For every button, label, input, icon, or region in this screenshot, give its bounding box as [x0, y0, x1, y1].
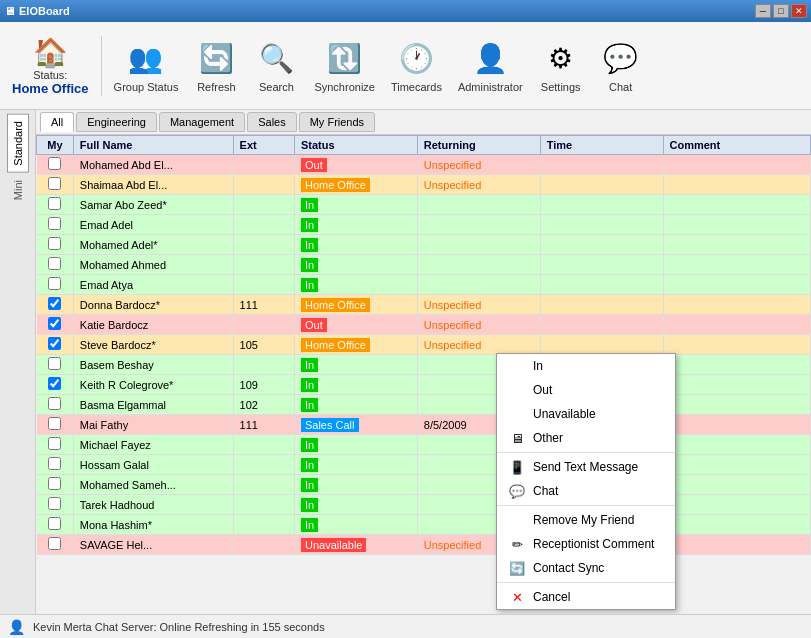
row-my-cell[interactable]	[37, 435, 74, 455]
side-tab-mini[interactable]: Mini	[7, 173, 29, 207]
tab-engineering[interactable]: Engineering	[76, 112, 157, 132]
refresh-button[interactable]: 🔄 Refresh	[186, 35, 246, 97]
context-menu-send-text[interactable]: 📱 Send Text Message	[497, 455, 675, 479]
row-my-cell[interactable]	[37, 275, 74, 295]
table-row[interactable]: Mai Fathy111Sales Call8/5/2009	[37, 415, 811, 435]
my-checkbox[interactable]	[48, 377, 61, 390]
my-checkbox[interactable]	[48, 177, 61, 190]
row-my-cell[interactable]	[37, 375, 74, 395]
row-my-cell[interactable]	[37, 395, 74, 415]
row-my-cell[interactable]	[37, 515, 74, 535]
context-menu-chat[interactable]: 💬 Chat	[497, 479, 675, 503]
row-time-cell	[540, 235, 663, 255]
status-badge: In	[301, 478, 318, 492]
table-row[interactable]: Emad AtyaIn	[37, 275, 811, 295]
row-my-cell[interactable]	[37, 155, 74, 175]
tab-all[interactable]: All	[40, 112, 74, 132]
table-row[interactable]: Katie BardoczOutUnspecified	[37, 315, 811, 335]
row-my-cell[interactable]	[37, 535, 74, 555]
my-checkbox[interactable]	[48, 357, 61, 370]
my-checkbox[interactable]	[48, 537, 61, 550]
context-menu-contact-sync[interactable]: 🔄 Contact Sync	[497, 556, 675, 580]
table-row[interactable]: Basem BeshayIn	[37, 355, 811, 375]
table-row[interactable]: Tarek HadhoudIn	[37, 495, 811, 515]
row-name-cell: Keith R Colegrove*	[73, 375, 233, 395]
my-checkbox[interactable]	[48, 297, 61, 310]
row-my-cell[interactable]	[37, 215, 74, 235]
my-checkbox[interactable]	[48, 197, 61, 210]
timecards-button[interactable]: 🕐 Timecards	[383, 35, 450, 97]
row-my-cell[interactable]	[37, 295, 74, 315]
my-checkbox[interactable]	[48, 397, 61, 410]
context-menu-unavailable[interactable]: Unavailable	[497, 402, 675, 426]
status-badge: Out	[301, 318, 327, 332]
table-row[interactable]: Mohamed AhmedIn	[37, 255, 811, 275]
table-row[interactable]: Emad AdelIn	[37, 215, 811, 235]
my-checkbox[interactable]	[48, 317, 61, 330]
tab-management[interactable]: Management	[159, 112, 245, 132]
table-row[interactable]: Keith R Colegrove*109In	[37, 375, 811, 395]
table-row[interactable]: Donna Bardocz*111Home OfficeUnspecified	[37, 295, 811, 315]
context-menu-other[interactable]: 🖥 Other	[497, 426, 675, 450]
group-status-button[interactable]: 👥 Group Status	[106, 35, 187, 97]
my-checkbox[interactable]	[48, 337, 61, 350]
table-row[interactable]: Mohamed Adel*In	[37, 235, 811, 255]
context-menu-out[interactable]: Out	[497, 378, 675, 402]
settings-button[interactable]: ⚙ Settings	[531, 35, 591, 97]
maximize-button[interactable]: □	[773, 4, 789, 18]
row-my-cell[interactable]	[37, 355, 74, 375]
context-menu: In Out Unavailable 🖥 Other 📱 Send T	[496, 353, 676, 610]
tab-my-friends[interactable]: My Friends	[299, 112, 375, 132]
row-my-cell[interactable]	[37, 475, 74, 495]
row-my-cell[interactable]	[37, 455, 74, 475]
minimize-button[interactable]: ─	[755, 4, 771, 18]
row-status-cell: In	[294, 475, 417, 495]
my-checkbox[interactable]	[48, 437, 61, 450]
status-item[interactable]: 🏠 Status: Home Office	[4, 32, 97, 100]
context-menu-cancel[interactable]: ✕ Cancel	[497, 585, 675, 609]
my-checkbox[interactable]	[48, 217, 61, 230]
my-checkbox[interactable]	[48, 157, 61, 170]
context-menu-receptionist-comment[interactable]: ✏ Receptionist Comment	[497, 532, 675, 556]
my-checkbox[interactable]	[48, 417, 61, 430]
status-badge: Home Office	[301, 338, 370, 352]
chat-label: Chat	[609, 81, 632, 93]
administrator-button[interactable]: 👤 Administrator	[450, 35, 531, 97]
my-checkbox[interactable]	[48, 517, 61, 530]
side-tab-standard[interactable]: Standard	[7, 114, 29, 173]
synchronize-button[interactable]: 🔃 Synchronize	[306, 35, 383, 97]
row-my-cell[interactable]	[37, 195, 74, 215]
table-row[interactable]: Samar Abo Zeed*In	[37, 195, 811, 215]
my-checkbox[interactable]	[48, 237, 61, 250]
row-my-cell[interactable]	[37, 175, 74, 195]
table-row[interactable]: Hossam GalalIn	[37, 455, 811, 475]
context-menu-in[interactable]: In	[497, 354, 675, 378]
table-row[interactable]: Mona Hashim*In	[37, 515, 811, 535]
my-checkbox[interactable]	[48, 477, 61, 490]
my-checkbox[interactable]	[48, 277, 61, 290]
row-comment-cell	[663, 295, 811, 315]
row-my-cell[interactable]	[37, 315, 74, 335]
table-row[interactable]: Mohamed Abd El...OutUnspecified	[37, 155, 811, 175]
table-row[interactable]: Mohamed Sameh...In	[37, 475, 811, 495]
row-my-cell[interactable]	[37, 415, 74, 435]
table-row[interactable]: Basma Elgammal102In	[37, 395, 811, 415]
row-my-cell[interactable]	[37, 335, 74, 355]
settings-icon: ⚙	[541, 39, 581, 79]
table-row[interactable]: Michael FayezIn	[37, 435, 811, 455]
tab-sales[interactable]: Sales	[247, 112, 297, 132]
row-my-cell[interactable]	[37, 495, 74, 515]
row-my-cell[interactable]	[37, 235, 74, 255]
my-checkbox[interactable]	[48, 457, 61, 470]
close-button[interactable]: ✕	[791, 4, 807, 18]
search-button[interactable]: 🔍 Search	[246, 35, 306, 97]
row-ext-cell: 102	[233, 395, 294, 415]
my-checkbox[interactable]	[48, 257, 61, 270]
my-checkbox[interactable]	[48, 497, 61, 510]
table-row[interactable]: SAVAGE Hel...UnavailableUnspecified	[37, 535, 811, 555]
context-menu-remove-friend[interactable]: Remove My Friend	[497, 508, 675, 532]
table-row[interactable]: Steve Bardocz*105Home OfficeUnspecified	[37, 335, 811, 355]
chat-button[interactable]: 💬 Chat	[591, 35, 651, 97]
row-my-cell[interactable]	[37, 255, 74, 275]
table-row[interactable]: Shaimaa Abd El...Home OfficeUnspecified	[37, 175, 811, 195]
